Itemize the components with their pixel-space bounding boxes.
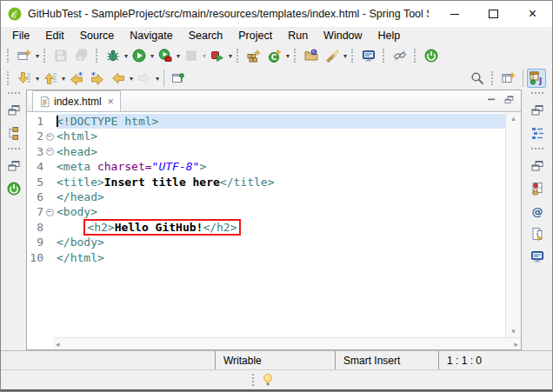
servers-view-button[interactable] [529, 181, 546, 196]
dropdown-arrow[interactable]: ▾ [150, 52, 154, 60]
menu-item-window[interactable]: Window [316, 28, 370, 43]
dropdown-arrow[interactable]: ▾ [229, 52, 232, 60]
menu-item-search[interactable]: Search [181, 28, 231, 43]
restore-view-button[interactable] [5, 158, 23, 174]
minimize-view-icon[interactable] [486, 95, 497, 105]
gutter[interactable]: 9 [27, 235, 57, 249]
previous-annotation-button[interactable] [40, 68, 61, 89]
toolbar-handle[interactable] [7, 71, 10, 85]
restore-view-button[interactable] [5, 103, 23, 118]
debug-button[interactable] [103, 45, 123, 66]
strip-handle[interactable] [8, 92, 20, 96]
dropdown-arrow[interactable]: ▾ [36, 52, 39, 60]
horizontal-scrollbar[interactable]: ◂ ▸ [53, 337, 521, 349]
run-external-tools-button[interactable] [155, 45, 176, 66]
code-text[interactable]: <head> [57, 144, 505, 159]
scroll-left-arrow[interactable]: ◂ [56, 340, 60, 349]
toolbar-handle[interactable] [96, 49, 99, 63]
open-console-button[interactable] [358, 45, 379, 66]
open-perspective-button[interactable] [498, 68, 519, 89]
open-type-button[interactable] [301, 45, 322, 66]
scroll-down-arrow[interactable]: ▾ [511, 327, 516, 336]
code-text[interactable]: </head> [57, 189, 505, 204]
gutter[interactable]: 1 [27, 114, 57, 129]
tab-index-html[interactable]: index.html × [32, 90, 121, 111]
restore-view-button[interactable] [529, 103, 546, 118]
pin-editor-button[interactable] [168, 68, 189, 89]
restore-view-button[interactable] [529, 158, 546, 174]
menu-item-run[interactable]: Run [280, 28, 316, 43]
toolbar-handle[interactable] [414, 49, 417, 63]
code-text[interactable]: <body> [57, 204, 505, 219]
code-text[interactable]: <meta charset="UTF-8"> [57, 159, 505, 174]
gutter[interactable]: 5 [27, 175, 57, 189]
search-torch-button[interactable] [322, 45, 343, 66]
fold-marker-icon[interactable]: − [46, 148, 54, 156]
boot-dashboard-button[interactable] [5, 181, 23, 196]
gutter[interactable]: 4 [27, 159, 57, 174]
code-text[interactable]: <html> [57, 129, 505, 143]
close-button[interactable]: × [513, 1, 552, 27]
gutter[interactable]: 7− [27, 204, 57, 219]
gutter[interactable]: 6 [27, 189, 57, 204]
last-edit-location-button[interactable] [66, 68, 87, 89]
source-code[interactable]: 1<!DOCTYPE html>2−<html>3−<head>4<meta c… [27, 112, 505, 337]
back-button[interactable] [108, 68, 129, 89]
spring-boot-button[interactable] [421, 45, 442, 66]
dropdown-arrow[interactable]: ▾ [156, 75, 159, 83]
dropdown-arrow[interactable]: ▾ [130, 75, 133, 83]
fold-marker-icon[interactable]: − [46, 209, 54, 216]
menu-item-source[interactable]: Source [72, 28, 123, 43]
toolbar-handle[interactable] [7, 49, 10, 63]
toolbar-handle[interactable] [383, 49, 386, 63]
dropdown-arrow[interactable]: ▾ [286, 52, 290, 60]
gutter[interactable]: 3− [27, 144, 57, 159]
dropdown-arrow[interactable]: ▾ [343, 52, 347, 60]
declaration-view-button[interactable]: { [529, 226, 546, 242]
scroll-up-arrow[interactable]: ▴ [511, 114, 516, 123]
code-text[interactable]: <title>Insert title here</title> [57, 175, 505, 189]
relaunch-button[interactable] [207, 45, 228, 66]
tab-close-icon[interactable]: × [108, 96, 114, 108]
code-text[interactable]: <!DOCTYPE html> [57, 114, 505, 129]
strip-handle[interactable] [8, 148, 20, 151]
menu-item-navigate[interactable]: Navigate [122, 28, 180, 43]
dropdown-arrow[interactable]: ▾ [62, 75, 65, 83]
dropdown-arrow[interactable]: ▾ [124, 52, 128, 60]
outline-view-button[interactable] [529, 125, 546, 141]
new-java-project-button[interactable] [243, 45, 264, 66]
minimize-button[interactable] [435, 1, 474, 27]
code-text[interactable]: <h2>Hello GitHub!</h2> [57, 220, 505, 235]
toolbar-handle[interactable] [351, 49, 355, 63]
search-button[interactable] [467, 68, 488, 89]
tray-handle[interactable] [252, 374, 256, 386]
maximize-button[interactable] [474, 1, 513, 27]
code-text[interactable]: </body> [57, 235, 505, 249]
menu-item-file[interactable]: File [4, 28, 37, 43]
code-text[interactable]: </html> [57, 250, 505, 265]
scroll-right-arrow[interactable]: ▸ [514, 340, 518, 349]
gutter[interactable]: 8 [27, 220, 57, 235]
maximize-view-icon[interactable] [503, 95, 515, 105]
java-perspective-button[interactable]: J [527, 69, 546, 88]
dropdown-arrow[interactable]: ▾ [177, 52, 180, 60]
new-wizard-button[interactable] [14, 45, 35, 66]
toolbar-handle[interactable] [491, 71, 495, 85]
menu-item-help[interactable]: Help [370, 28, 409, 43]
run-button[interactable] [129, 45, 150, 66]
javadoc-view-button[interactable]: @ [529, 203, 546, 219]
next-edit-location-button[interactable] [87, 68, 108, 89]
vertical-scrollbar[interactable]: ▴ ▾ [505, 112, 521, 337]
toolbar-handle[interactable] [237, 49, 240, 63]
toolbar-handle[interactable] [294, 49, 297, 63]
gutter[interactable]: 10 [27, 250, 57, 265]
link-with-editor-button[interactable] [390, 45, 410, 66]
package-explorer-button[interactable] [5, 125, 23, 141]
console-view-button[interactable] [529, 249, 546, 264]
gutter[interactable]: 2− [27, 129, 57, 143]
strip-handle[interactable] [531, 92, 543, 96]
fold-marker-icon[interactable]: − [46, 133, 54, 141]
menu-item-edit[interactable]: Edit [37, 28, 72, 43]
menu-item-project[interactable]: Project [230, 28, 280, 43]
toolbar-handle[interactable] [43, 49, 47, 63]
